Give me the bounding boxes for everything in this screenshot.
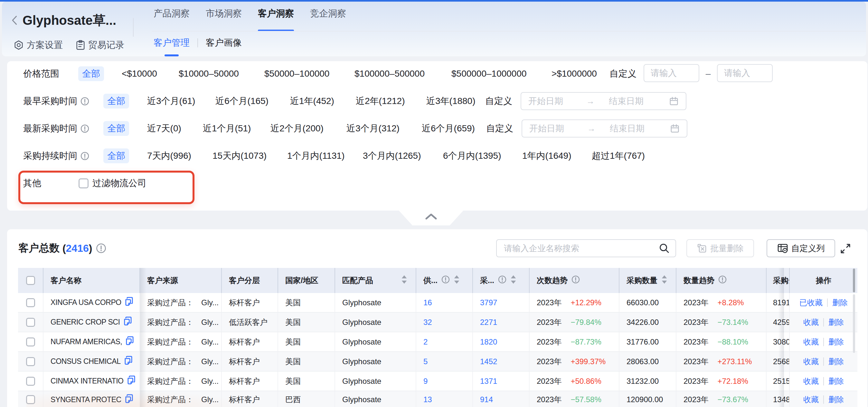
fullscreen-icon[interactable] [840,243,851,254]
tab-竞企洞察[interactable]: 竞企洞察 [310,6,346,21]
select-all-checkbox[interactable] [26,276,35,285]
info-icon[interactable] [441,275,450,286]
filter-option[interactable]: $50000–100000 [264,66,329,81]
copy-icon[interactable] [123,355,133,366]
custom-columns-button[interactable]: 自定义列 [767,239,835,257]
copy-icon[interactable] [125,336,134,346]
favorite-link[interactable]: 收藏 [803,395,819,405]
header-action-方案设置[interactable]: 方案设置 [13,39,63,51]
cell-qty-trend: 2023年+8.28% [676,293,767,312]
favorite-link[interactable]: 收藏 [803,356,819,367]
filter-option[interactable]: 1年内(1649) [522,149,571,163]
cell-product: Glyphosate [335,352,416,371]
copy-icon[interactable] [123,316,133,326]
header-action-贸易记录[interactable]: 贸易记录 [76,39,124,51]
favorite-link[interactable]: 收藏 [803,317,819,327]
filter-option[interactable]: 近3个月(312) [346,121,400,136]
row-checkbox[interactable] [26,377,35,386]
filter-option[interactable]: 近2年(1212) [356,94,405,108]
delete-link[interactable]: 删除 [828,356,844,367]
header-divider [133,18,134,37]
back-icon[interactable] [11,15,17,26]
sort-icon[interactable] [454,275,460,284]
filter-option[interactable]: 6个月内(1395) [443,149,501,163]
table-scrollbar-track[interactable] [853,294,855,353]
search-icon[interactable] [659,243,670,254]
subtab-客户画像[interactable]: 客户画像 [206,36,242,49]
filter-option[interactable]: 超过1年(767) [592,149,645,163]
delete-link[interactable]: 删除 [828,395,844,405]
filter-option-all[interactable]: 全部 [103,94,129,108]
sort-icon[interactable] [401,275,407,284]
filter-option[interactable]: >$1000000 [552,66,597,81]
checkbox[interactable] [79,178,89,188]
collapse-notch[interactable] [399,211,463,225]
tab-市场洞察[interactable]: 市场洞察 [206,6,242,21]
delete-link[interactable]: 删除 [828,376,844,386]
date-range-input[interactable]: 开始日期→结束日期 [521,92,686,110]
filter-option[interactable]: $10000–50000 [179,66,239,81]
favorite-link[interactable]: 收藏 [803,337,819,347]
filter-option[interactable]: <$10000 [122,66,157,81]
info-icon[interactable] [96,243,106,253]
row-checkbox[interactable] [26,357,35,366]
copy-icon[interactable] [126,375,136,385]
action-separator [823,396,824,404]
filter-logistics-checkbox[interactable]: 过滤物流公司 [79,176,147,191]
filter-option[interactable]: 近3年(1880) [426,94,475,108]
price-max-input[interactable]: 请输入 [717,64,773,82]
copy-icon[interactable] [124,394,134,406]
subtab-客户管理[interactable]: 客户管理 [154,36,190,49]
filter-option-all[interactable]: 全部 [103,149,129,163]
filter-option[interactable]: 7天内(996) [147,149,191,163]
filter-option[interactable]: 近6个月(659) [422,121,475,136]
filter-option[interactable]: 1个月内(1131) [287,149,344,163]
info-icon[interactable] [571,275,580,286]
delete-link[interactable]: 删除 [828,317,844,327]
delete-link[interactable]: 删除 [832,298,848,308]
batch-delete-button[interactable]: 批量删除 [686,239,754,257]
tab-客户洞察[interactable]: 客户洞察 [258,6,294,21]
copy-icon[interactable] [126,375,136,387]
filter-option-custom[interactable]: 自定义 [610,66,637,81]
filter-option[interactable]: 近1个月(51) [203,121,251,136]
filter-option[interactable]: $500000–1000000 [452,66,527,81]
copy-icon[interactable] [124,394,134,404]
filter-option[interactable]: $100000–500000 [354,66,425,81]
filter-option[interactable]: 近6个月(165) [215,94,269,108]
cell-customer-source: 采购过产品：Gly... [140,332,222,351]
filter-option-custom[interactable]: 自定义 [486,121,513,136]
info-icon[interactable] [718,275,727,286]
sort-icon[interactable] [661,275,668,284]
copy-icon[interactable] [124,296,134,307]
copy-icon[interactable] [124,296,134,309]
date-range-input[interactable]: 开始日期→结束日期 [522,120,687,137]
copy-icon[interactable] [125,336,134,348]
cell-freq-trend: 2023年−79.84% [530,313,619,332]
filter-option[interactable]: 近2个月(200) [271,121,323,136]
filter-option-all[interactable]: 全部 [103,121,129,136]
filter-option-all[interactable]: 全部 [78,66,104,81]
filter-option-custom[interactable]: 自定义 [485,94,512,108]
filter-option[interactable]: 3个月内(1265) [363,149,421,163]
filter-option[interactable]: 近1年(452) [290,94,334,108]
cell-qty: 34226.00 [619,313,676,332]
filter-option[interactable]: 15天内(1073) [213,149,267,163]
filter-option[interactable]: 近3个月(61) [147,94,195,108]
filter-option[interactable]: 近7天(0) [147,121,181,136]
tab-产品洞察[interactable]: 产品洞察 [154,6,190,21]
sort-icon[interactable] [510,275,517,284]
row-checkbox[interactable] [26,318,35,327]
copy-icon[interactable] [123,316,133,328]
table-scrollbar-thumb[interactable] [853,269,855,292]
search-input[interactable]: 请输入企业名称搜索 [496,239,676,257]
row-checkbox[interactable] [26,298,35,307]
row-checkbox[interactable] [26,338,35,346]
row-checkbox[interactable] [26,395,35,404]
copy-icon[interactable] [123,355,133,367]
price-min-input[interactable]: 请输入 [644,64,699,82]
delete-link[interactable]: 删除 [828,337,844,347]
favorite-link[interactable]: 收藏 [803,376,819,386]
info-icon[interactable] [498,275,506,286]
favorite-link[interactable]: 已收藏 [799,298,823,308]
